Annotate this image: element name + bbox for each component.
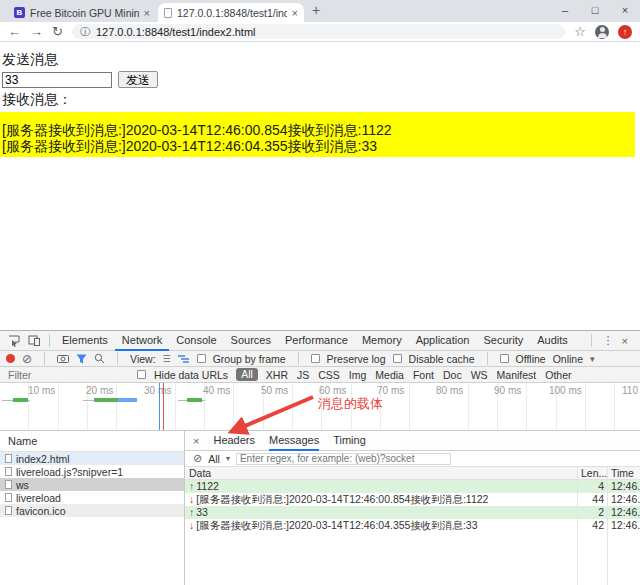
back-icon[interactable]: ← xyxy=(8,25,21,38)
filter-type-font[interactable]: Font xyxy=(413,369,434,381)
filter-funnel-icon[interactable] xyxy=(76,354,87,364)
receive-message-label: 接收消息： xyxy=(2,91,640,109)
browser-tab-bitcoin[interactable]: B Free Bitcoin GPU Mining, Clou × xyxy=(8,3,156,22)
frames-table-empty-area xyxy=(185,532,640,585)
frames-filter-bar: ⊘ All ▾ xyxy=(185,451,640,467)
filter-type-all[interactable]: All xyxy=(236,368,258,381)
filter-type-doc[interactable]: Doc xyxy=(443,369,462,381)
waterfall-bar xyxy=(13,398,28,402)
tab-strip: B Free Bitcoin GPU Mining, Clou × 127.0.… xyxy=(0,0,640,22)
request-name: index2.html xyxy=(16,453,70,465)
filter-type-media[interactable]: Media xyxy=(375,369,404,381)
request-row-livereload-js[interactable]: livereload.js?snipver=1 xyxy=(0,465,184,478)
tab-close-icon[interactable]: × xyxy=(292,7,298,19)
list-view-icon[interactable]: ☰ xyxy=(163,354,171,364)
network-filter-input[interactable] xyxy=(8,369,103,381)
frame-time: 12:46... xyxy=(607,506,640,519)
browser-tab-index2[interactable]: 127.0.0.1:8848/test1/index2.ht × xyxy=(158,3,304,22)
close-button[interactable]: × xyxy=(610,0,640,21)
frames-filter-all-select[interactable]: All xyxy=(208,453,220,465)
frame-row-received[interactable]: ↓[服务器接收到消息:]2020-03-14T12:46:00.854接收到消息… xyxy=(185,493,640,506)
tab-sources[interactable]: Sources xyxy=(224,331,278,350)
minimize-button[interactable]: – xyxy=(550,0,580,21)
tab-console[interactable]: Console xyxy=(169,331,223,350)
frames-regex-input[interactable] xyxy=(236,453,451,465)
tab-security[interactable]: Security xyxy=(476,331,530,350)
chrome-update-icon[interactable]: ↑ xyxy=(618,25,632,39)
received-messages-box: [服务器接收到消息:]2020-03-14T12:46:00.854接收到消息:… xyxy=(0,112,635,157)
tab-elements[interactable]: Elements xyxy=(55,331,115,350)
divider xyxy=(44,352,45,365)
data-column-header[interactable]: Data xyxy=(185,467,577,479)
network-main-area: Name index2.html livereload.js?snipver=1… xyxy=(0,431,640,585)
divider xyxy=(487,352,488,365)
preserve-log-checkbox[interactable] xyxy=(311,354,320,363)
disable-cache-checkbox[interactable] xyxy=(393,354,402,363)
file-icon xyxy=(5,454,12,463)
offline-checkbox[interactable] xyxy=(500,354,509,363)
load-event-marker xyxy=(163,383,164,430)
reload-icon[interactable]: ↻ xyxy=(52,25,63,38)
tab-application[interactable]: Application xyxy=(409,331,477,350)
request-name: ws xyxy=(16,479,29,491)
send-button[interactable]: 发送 xyxy=(118,71,158,88)
address-bar[interactable]: ⓘ 127.0.0.1:8848/test1/index2.html xyxy=(72,24,565,39)
devtools-panel: Elements Network Console Sources Perform… xyxy=(0,330,640,585)
preserve-log-label: Preserve log xyxy=(327,353,386,365)
tab-memory[interactable]: Memory xyxy=(355,331,409,350)
more-options-icon[interactable]: ⋮ xyxy=(597,334,620,347)
chevron-down-icon[interactable]: ▾ xyxy=(226,454,230,463)
filter-type-manifest[interactable]: Manifest xyxy=(497,369,537,381)
frame-row-received[interactable]: ↓[服务器接收到消息:]2020-03-14T12:46:04.355接收到消息… xyxy=(185,519,640,532)
filter-type-other[interactable]: Other xyxy=(545,369,571,381)
time-column-header[interactable]: Time xyxy=(607,467,640,479)
group-by-frame-checkbox[interactable] xyxy=(197,354,206,363)
frame-row-sent[interactable]: ↑33 2 12:46... xyxy=(185,506,640,519)
request-name: livereload xyxy=(16,492,61,504)
clear-icon[interactable]: ⊘ xyxy=(22,352,32,366)
sent-arrow-icon: ↑ xyxy=(189,480,194,492)
search-icon[interactable] xyxy=(94,353,105,364)
filter-type-css[interactable]: CSS xyxy=(318,369,340,381)
tab-network[interactable]: Network xyxy=(115,331,169,351)
frame-data: [服务器接收到消息:]2020-03-14T12:46:00.854接收到消息:… xyxy=(196,493,488,505)
request-row-livereload[interactable]: livereload xyxy=(0,491,184,504)
hide-data-urls-label: Hide data URLs xyxy=(154,369,228,381)
received-message: [服务器接收到消息:]2020-03-14T12:46:00.854接收到消息:… xyxy=(2,122,635,138)
len-column-header[interactable]: Len... xyxy=(577,467,607,479)
inspect-element-icon[interactable] xyxy=(8,335,20,347)
request-name: favicon.ico xyxy=(16,505,66,517)
site-info-icon[interactable]: ⓘ xyxy=(80,25,90,39)
filter-type-img[interactable]: Img xyxy=(349,369,367,381)
close-detail-icon[interactable]: × xyxy=(193,435,199,447)
file-icon xyxy=(5,506,12,515)
bookmark-star-icon[interactable]: ☆ xyxy=(574,25,586,38)
clear-messages-icon[interactable]: ⊘ xyxy=(193,452,202,465)
tab-audits[interactable]: Audits xyxy=(530,331,575,350)
filter-type-js[interactable]: JS xyxy=(297,369,309,381)
request-row-index2[interactable]: index2.html xyxy=(0,452,184,465)
devtools-close-icon[interactable]: × xyxy=(620,335,636,347)
name-column-header[interactable]: Name xyxy=(0,431,184,452)
new-tab-button[interactable]: + xyxy=(312,2,320,18)
tab-performance[interactable]: Performance xyxy=(278,331,355,350)
forward-icon[interactable]: → xyxy=(30,25,43,38)
screenshot-icon[interactable] xyxy=(57,354,69,363)
record-icon[interactable] xyxy=(6,354,15,363)
message-input[interactable] xyxy=(2,72,112,88)
tab-title: Free Bitcoin GPU Mining, Clou xyxy=(30,7,139,19)
chevron-down-icon[interactable]: ▾ xyxy=(590,354,595,364)
request-row-ws[interactable]: ws xyxy=(0,478,184,491)
hide-data-urls-checkbox[interactable] xyxy=(137,370,146,379)
maximize-button[interactable]: □ xyxy=(580,0,610,21)
device-toolbar-icon[interactable] xyxy=(28,335,40,346)
waterfall-view-icon[interactable] xyxy=(178,354,190,363)
throttling-select[interactable]: Online xyxy=(553,353,583,365)
request-row-favicon[interactable]: favicon.ico xyxy=(0,504,184,517)
tab-timing[interactable]: Timing xyxy=(333,431,366,450)
filter-type-ws[interactable]: WS xyxy=(471,369,488,381)
tab-close-icon[interactable]: × xyxy=(144,7,150,19)
filter-type-xhr[interactable]: XHR xyxy=(266,369,288,381)
frame-row-sent[interactable]: ↑1122 4 12:46... xyxy=(185,480,640,493)
profile-avatar[interactable] xyxy=(595,25,609,39)
